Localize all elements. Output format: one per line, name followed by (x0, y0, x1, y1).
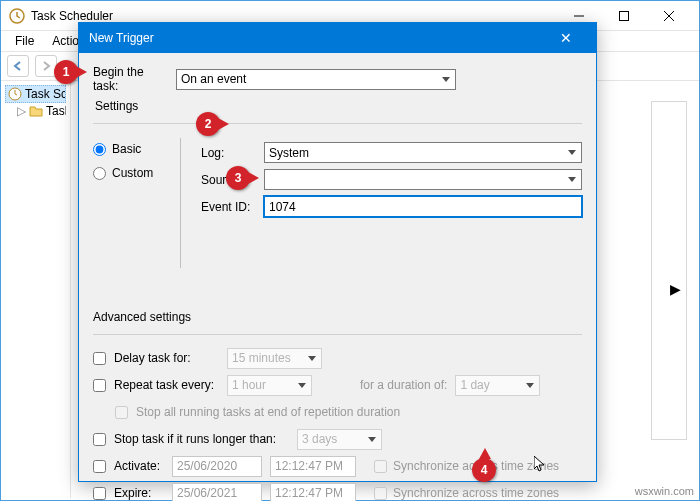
activate-date (172, 456, 262, 477)
expire-time (270, 483, 356, 502)
divider (93, 123, 582, 124)
eventid-label: Event ID: (201, 200, 256, 214)
dialog-titlebar: New Trigger ✕ (79, 23, 596, 53)
activate-checkbox[interactable] (93, 460, 106, 473)
tree-child[interactable]: ▷ Task S (5, 103, 66, 119)
clock-icon (9, 8, 25, 24)
maximize-button[interactable] (601, 1, 646, 31)
tree-panel: Task Sche ▷ Task S (1, 81, 71, 498)
svg-rect-1 (619, 11, 628, 20)
repeat-label: Repeat task every: (114, 378, 219, 392)
close-button[interactable] (646, 1, 691, 31)
custom-radio[interactable] (93, 167, 106, 180)
stop-repeat-checkbox (115, 406, 128, 419)
delay-label: Delay task for: (114, 351, 219, 365)
callout-2: 2 (196, 112, 220, 136)
stop-longer-label: Stop task if it runs longer than: (114, 432, 289, 446)
source-select[interactable] (264, 169, 582, 190)
sync-tz-label: Synchronize across time zones (393, 486, 559, 500)
dialog-close-button[interactable]: ✕ (546, 23, 586, 53)
delay-checkbox[interactable] (93, 352, 106, 365)
basic-radio[interactable] (93, 143, 106, 156)
stop-longer-checkbox[interactable] (93, 433, 106, 446)
expand-icon[interactable]: ▷ (17, 104, 26, 118)
delay-select: 15 minutes (227, 348, 322, 369)
back-button[interactable] (7, 55, 29, 77)
dialog-title: New Trigger (89, 31, 546, 45)
parent-title: Task Scheduler (31, 9, 556, 23)
tree-root[interactable]: Task Sche (5, 85, 66, 103)
repeat-select: 1 hour (227, 375, 312, 396)
eventid-input[interactable] (264, 196, 582, 217)
duration-select: 1 day (455, 375, 540, 396)
repeat-checkbox[interactable] (93, 379, 106, 392)
basic-radio-row[interactable]: Basic (93, 142, 180, 156)
settings-heading: Settings (95, 99, 582, 113)
activate-time (270, 456, 356, 477)
expire-label: Expire: (114, 486, 164, 500)
stop-longer-select: 3 days (297, 429, 382, 450)
callout-4: 4 (472, 458, 496, 482)
begin-task-label: Begin the task: (93, 65, 168, 93)
advanced-heading: Advanced settings (93, 310, 582, 324)
menu-file[interactable]: File (7, 32, 42, 50)
activate-label: Activate: (114, 459, 164, 473)
log-select[interactable]: System (264, 142, 582, 163)
callout-1: 1 (54, 60, 78, 84)
new-trigger-dialog: New Trigger ✕ Begin the task: On an even… (78, 22, 597, 482)
divider (93, 334, 582, 335)
duration-label: for a duration of: (360, 378, 447, 392)
watermark: wsxwin.com (635, 485, 694, 497)
log-label: Log: (201, 146, 256, 160)
chevron-right-icon[interactable]: ▶ (670, 281, 681, 297)
stop-repeat-label: Stop all running tasks at end of repetit… (136, 405, 400, 419)
custom-radio-row[interactable]: Custom (93, 166, 180, 180)
expire-sync-checkbox (374, 487, 387, 500)
expire-checkbox[interactable] (93, 487, 106, 500)
begin-task-select[interactable]: On an event (176, 69, 456, 90)
callout-3: 3 (226, 166, 250, 190)
expire-date (172, 483, 262, 502)
activate-sync-checkbox (374, 460, 387, 473)
folder-icon (29, 104, 43, 118)
clock-icon (8, 87, 22, 101)
actions-panel-edge (651, 101, 687, 440)
